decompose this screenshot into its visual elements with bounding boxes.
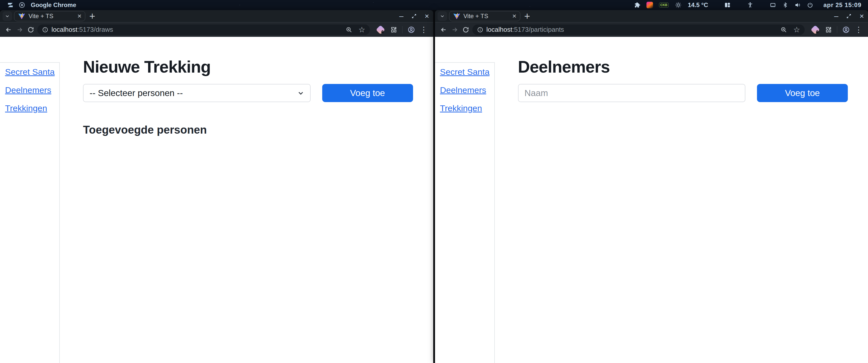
sidebar-nav: Secret Santa Deelnemers Trekkingen xyxy=(435,62,495,363)
minimize-button[interactable]: – xyxy=(834,12,838,20)
extensions-puzzle-icon[interactable] xyxy=(825,26,832,33)
tiled-windows: Vite + TS × + – × xyxy=(0,10,868,363)
main-content: Deelnemers Voeg toe xyxy=(495,37,868,363)
address-bar[interactable]: localhost:5173/participants ☆ xyxy=(472,25,805,35)
tray-keyboard-badge[interactable]: CKB xyxy=(659,2,669,7)
volume-icon[interactable] xyxy=(794,2,801,8)
select-value: -- Selecteer personen -- xyxy=(90,88,183,98)
browser-tab[interactable]: Vite + TS × xyxy=(449,11,520,21)
tab-strip: Vite + TS × + – × xyxy=(0,10,433,22)
zoom-indicator-icon[interactable] xyxy=(780,26,787,33)
web-page-draws: Secret Santa Deelnemers Trekkingen Nieuw… xyxy=(0,37,433,363)
tab-close-icon[interactable]: × xyxy=(78,12,82,20)
reload-button[interactable] xyxy=(460,24,471,35)
chrome-app-icon[interactable] xyxy=(19,2,25,8)
tray-extension-puzzle-icon[interactable] xyxy=(634,2,641,8)
page-title: Nieuwe Trekking xyxy=(83,57,413,76)
extension-icons: ⋮ xyxy=(372,25,430,34)
browser-window-draws: Vite + TS × + – × xyxy=(0,10,433,363)
clock[interactable]: apr 25 15:09 xyxy=(823,1,862,8)
profile-avatar-icon[interactable] xyxy=(842,26,850,34)
add-draw-button[interactable]: Voeg toe xyxy=(322,84,413,102)
close-window-button[interactable]: × xyxy=(425,12,429,20)
power-icon[interactable] xyxy=(807,2,813,8)
tab-strip: Vite + TS × + – × xyxy=(435,10,868,22)
menu-kebab-icon[interactable]: ⋮ xyxy=(855,26,863,34)
url-text: localhost:5173/draws xyxy=(52,26,113,34)
tab-close-icon[interactable]: × xyxy=(512,12,516,20)
active-app-title[interactable]: Google Chrome xyxy=(31,1,76,8)
add-participant-button[interactable]: Voeg toe xyxy=(757,84,848,102)
back-button[interactable] xyxy=(438,24,449,35)
site-info-icon[interactable] xyxy=(477,27,484,33)
browser-toolbar: localhost:5173/participants ☆ xyxy=(435,22,868,37)
password-manager-extension-icon[interactable] xyxy=(811,25,820,34)
browser-toolbar: localhost:5173/draws ☆ xyxy=(0,22,433,37)
nav-link-secret-santa[interactable]: Secret Santa xyxy=(5,67,59,76)
new-tab-button[interactable]: + xyxy=(524,10,530,22)
tiling-layout-icon[interactable] xyxy=(724,2,731,8)
browser-window-participants: Vite + TS × + – × xyxy=(435,10,868,363)
participants-select[interactable]: -- Selecteer personen -- xyxy=(83,84,311,102)
profile-avatar-icon[interactable] xyxy=(407,26,415,34)
name-input[interactable] xyxy=(518,84,746,102)
forward-button[interactable] xyxy=(14,24,25,35)
added-persons-subheading: Toegevoegde personen xyxy=(83,124,413,136)
window-controls: – × xyxy=(399,12,433,20)
extension-icons: ⋮ xyxy=(807,25,865,34)
minimize-button[interactable]: – xyxy=(399,12,403,20)
site-info-icon[interactable] xyxy=(42,27,49,33)
toolbar-separator xyxy=(837,26,837,33)
password-manager-extension-icon[interactable] xyxy=(376,25,385,34)
nav-link-deelnemers[interactable]: Deelnemers xyxy=(440,86,494,95)
address-bar[interactable]: localhost:5173/draws ☆ xyxy=(37,25,370,35)
main-content: Nieuwe Trekking -- Selecteer personen --… xyxy=(60,37,433,363)
tab-search-button[interactable] xyxy=(437,11,447,21)
bluetooth-icon[interactable] xyxy=(782,2,788,8)
sun-weather-icon[interactable] xyxy=(675,1,682,8)
web-page-participants: Secret Santa Deelnemers Trekkingen Deeln… xyxy=(435,37,868,363)
nav-link-trekkingen[interactable]: Trekkingen xyxy=(5,104,59,113)
sidebar-nav: Secret Santa Deelnemers Trekkingen xyxy=(0,62,60,363)
nav-link-trekkingen[interactable]: Trekkingen xyxy=(440,104,494,113)
zorin-menu-icon[interactable] xyxy=(6,1,14,9)
forward-button[interactable] xyxy=(449,24,460,35)
tab-title: Vite + TS xyxy=(464,12,489,20)
url-text: localhost:5173/participants xyxy=(487,26,564,34)
vite-favicon xyxy=(453,12,461,20)
desktop: Google Chrome CKB 14.5 °C xyxy=(0,0,868,363)
bookmark-star-icon[interactable]: ☆ xyxy=(793,25,800,34)
new-tab-button[interactable]: + xyxy=(89,10,95,22)
browser-tab[interactable]: Vite + TS × xyxy=(14,11,85,21)
tab-title: Vite + TS xyxy=(29,12,54,20)
reload-button[interactable] xyxy=(25,24,36,35)
nav-link-secret-santa[interactable]: Secret Santa xyxy=(440,67,494,76)
chevron-down-icon xyxy=(297,89,305,97)
close-window-button[interactable]: × xyxy=(860,12,864,20)
vite-favicon xyxy=(18,12,26,20)
network-ethernet-icon[interactable] xyxy=(770,2,776,8)
restore-button[interactable] xyxy=(411,13,417,19)
tray-color-app-icon[interactable] xyxy=(647,2,653,8)
zoom-indicator-icon[interactable] xyxy=(345,26,352,33)
restore-button[interactable] xyxy=(846,13,852,19)
back-button[interactable] xyxy=(3,24,14,35)
window-controls: – × xyxy=(834,12,868,20)
nav-link-deelnemers[interactable]: Deelnemers xyxy=(5,86,59,95)
tab-search-button[interactable] xyxy=(2,11,12,21)
temperature-reading[interactable]: 14.5 °C xyxy=(688,1,708,8)
page-title: Deelnemers xyxy=(518,57,848,76)
accessibility-icon[interactable] xyxy=(747,2,753,8)
menu-kebab-icon[interactable]: ⋮ xyxy=(420,26,428,34)
system-panel: Google Chrome CKB 14.5 °C xyxy=(0,0,868,10)
extensions-puzzle-icon[interactable] xyxy=(390,26,397,33)
bookmark-star-icon[interactable]: ☆ xyxy=(359,25,365,34)
